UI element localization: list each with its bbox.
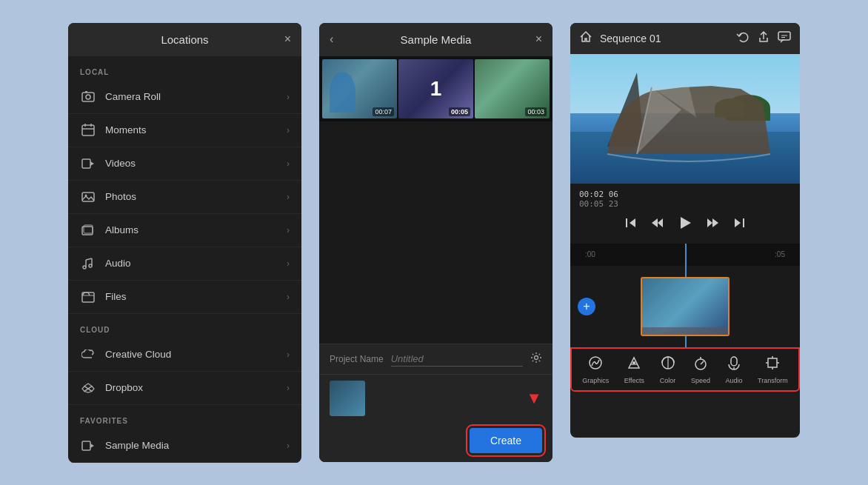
svg-rect-7 — [82, 159, 90, 168]
media-thumb-3[interactable]: 00:03 — [475, 59, 550, 118]
svg-rect-23 — [82, 441, 90, 450]
dropbox-icon — [80, 380, 96, 396]
effects-label: Effects — [624, 377, 644, 384]
home-button[interactable] — [579, 30, 592, 47]
svg-marker-22 — [84, 389, 92, 392]
nav-item-albums[interactable]: Albums › — [68, 214, 301, 247]
tool-speed[interactable]: Speed — [687, 355, 715, 384]
audio-tool-icon — [726, 355, 742, 375]
skip-back-button[interactable] — [624, 216, 637, 233]
transform-icon — [764, 355, 781, 375]
moments-icon — [80, 122, 96, 138]
time-display: 00:02 06 00:05 23 — [579, 190, 791, 209]
camera-roll-icon — [80, 89, 96, 105]
sample-media-header: ‹ Sample Media × — [319, 23, 552, 56]
graphics-label: Graphics — [582, 377, 609, 384]
svg-marker-8 — [90, 161, 94, 166]
nav-item-creative-cloud[interactable]: Creative Cloud › — [68, 338, 301, 372]
creative-cloud-icon — [80, 347, 96, 363]
creative-cloud-label: Creative Cloud — [105, 349, 287, 360]
sample-media-icon — [80, 438, 96, 454]
files-label: Files — [105, 291, 287, 302]
ruler-label-0: :00 — [585, 250, 595, 258]
thumb-1-duration: 00:07 — [373, 107, 394, 116]
videos-chevron: › — [287, 158, 290, 169]
speed-icon — [692, 355, 709, 375]
nav-item-dropbox[interactable]: Dropbox › — [68, 372, 301, 405]
tools-bar: Graphics Effects — [570, 347, 800, 392]
thumb-2-number: 1 — [430, 77, 442, 101]
clip-area: + — [570, 266, 800, 347]
sample-media-title: Sample Media — [401, 33, 472, 46]
locations-close-button[interactable]: × — [284, 33, 291, 45]
camera-roll-label: Camera Roll — [105, 91, 287, 102]
gear-button[interactable] — [530, 352, 542, 366]
transform-label: Transform — [758, 377, 788, 384]
tool-effects[interactable]: Effects — [620, 355, 649, 384]
create-button[interactable]: Create — [470, 428, 542, 453]
project-name-input[interactable] — [391, 352, 523, 367]
albums-icon — [80, 222, 96, 238]
svg-point-25 — [535, 356, 538, 360]
comment-button[interactable] — [778, 30, 791, 47]
photos-chevron: › — [287, 192, 290, 202]
moments-chevron: › — [287, 125, 290, 136]
timeline-cursor[interactable] — [685, 244, 687, 266]
videos-label: Videos — [105, 158, 287, 169]
svg-line-17 — [86, 258, 92, 260]
nav-item-photos[interactable]: Photos › — [68, 181, 301, 214]
files-chevron: › — [287, 292, 290, 302]
clip-thumbnail[interactable] — [641, 277, 730, 336]
media-thumb-2[interactable]: 1 00:05 — [398, 59, 473, 118]
color-label: Color — [660, 377, 676, 384]
svg-marker-24 — [90, 444, 94, 448]
nav-item-audio[interactable]: Audio › — [68, 247, 301, 281]
nav-item-moments[interactable]: Moments › — [68, 114, 301, 147]
sequence-title: Sequence 01 — [600, 33, 729, 44]
dropbox-chevron: › — [287, 383, 290, 393]
tool-color[interactable]: Color — [655, 355, 681, 384]
svg-rect-2 — [85, 91, 87, 93]
add-clip-button[interactable]: + — [578, 298, 595, 315]
favorites-section-label: FAVORITES — [68, 405, 301, 429]
svg-marker-33 — [681, 217, 691, 229]
share-button[interactable] — [757, 30, 770, 47]
sample-media-label: Sample Media — [105, 440, 287, 451]
svg-rect-45 — [731, 357, 737, 366]
back-button[interactable]: ‹ — [330, 33, 333, 46]
moments-label: Moments — [105, 124, 287, 136]
sequence-header: Sequence 01 — [570, 23, 800, 54]
sample-media-close-button[interactable]: × — [535, 33, 542, 45]
nav-item-videos[interactable]: Videos › — [68, 147, 301, 181]
step-back-button[interactable] — [650, 216, 664, 233]
tool-audio[interactable]: Audio — [721, 355, 747, 384]
undo-button[interactable] — [736, 30, 750, 47]
play-button[interactable] — [677, 215, 693, 235]
timeline-ruler: :00 :05 — [570, 244, 800, 266]
photos-icon — [80, 189, 96, 205]
create-btn-row: Create — [319, 422, 552, 462]
audio-chevron: › — [287, 258, 290, 269]
audio-label: Audio — [105, 258, 287, 269]
files-icon — [80, 289, 96, 305]
step-forward-button[interactable] — [707, 216, 720, 233]
photos-label: Photos — [105, 191, 287, 202]
svg-rect-0 — [82, 93, 94, 101]
nav-item-files[interactable]: Files › — [68, 281, 301, 314]
tool-transform[interactable]: Transform — [753, 355, 792, 384]
media-bottom-bar: Project Name ▼ Create — [319, 344, 552, 462]
thumb-3-duration: 00:03 — [525, 107, 547, 116]
svg-point-1 — [86, 95, 90, 99]
svg-rect-47 — [768, 358, 777, 367]
skip-forward-button[interactable] — [733, 216, 747, 233]
creative-cloud-chevron: › — [287, 349, 290, 360]
selected-thumb — [330, 381, 365, 416]
nav-item-camera-roll[interactable]: Camera Roll › — [68, 81, 301, 114]
sample-media-chevron: › — [287, 441, 290, 451]
audio-icon — [80, 255, 96, 272]
tool-graphics[interactable]: Graphics — [578, 355, 613, 384]
graphics-icon — [587, 355, 604, 375]
media-thumb-1[interactable]: 00:07 — [322, 59, 397, 118]
nav-item-sample-media[interactable]: Sample Media › — [68, 429, 301, 463]
sequence-panel: Sequence 01 — [570, 23, 800, 438]
